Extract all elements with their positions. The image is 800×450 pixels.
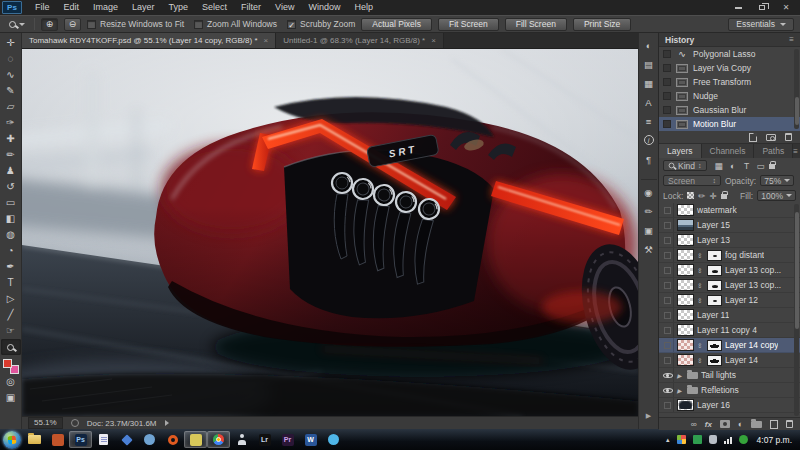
swatches-icon[interactable]: ▦: [641, 76, 657, 90]
foreground-color-swatch[interactable]: [3, 359, 12, 368]
layer-mask-thumbnail[interactable]: [707, 340, 722, 351]
zoom-in-button[interactable]: ⊕: [41, 18, 58, 31]
visibility-toggle[interactable]: [662, 398, 674, 412]
history-state[interactable]: Free Transform: [659, 75, 800, 89]
filter-pixel-layers-icon[interactable]: ▦: [713, 161, 725, 171]
history-state[interactable]: Layer Via Copy: [659, 61, 800, 75]
new-snapshot-icon[interactable]: [766, 134, 776, 141]
visibility-toggle[interactable]: [662, 293, 674, 307]
layer-row[interactable]: Layer 11: [659, 308, 800, 323]
layer-row[interactable]: watermark: [659, 203, 800, 218]
info-icon[interactable]: i: [641, 133, 657, 147]
layer-row[interactable]: Layer 13: [659, 233, 800, 248]
gradient-tool[interactable]: ◧: [1, 211, 21, 227]
layer-thumbnail[interactable]: [677, 309, 694, 321]
screen-mode-icon[interactable]: ▣: [1, 390, 21, 406]
zoom-tool[interactable]: [1, 339, 21, 355]
history-state[interactable]: Nudge: [659, 89, 800, 103]
layer-mask-thumbnail[interactable]: [707, 355, 722, 366]
layer-row[interactable]: Layer 16: [659, 398, 800, 413]
layer-row[interactable]: Layer 14 copy: [659, 338, 800, 353]
brush-tool[interactable]: ✏: [1, 147, 21, 163]
layer-filter-select[interactable]: Kind: [663, 160, 707, 171]
taskbar-explorer[interactable]: [23, 431, 46, 448]
layer-row[interactable]: Layer 12: [659, 293, 800, 308]
dock-expand-icon[interactable]: ▶: [641, 409, 657, 423]
visibility-toggle[interactable]: [662, 383, 674, 397]
layer-thumbnail[interactable]: [677, 399, 694, 411]
document-tab-2[interactable]: Untitled-1 @ 68.3% (Layer 14, RGB/8) *×: [276, 33, 444, 48]
blur-tool[interactable]: ◍: [1, 227, 21, 243]
marquee-tool[interactable]: ◌: [1, 51, 21, 67]
paragraph-icon[interactable]: ¶: [641, 152, 657, 166]
checkbox-resize-windows-to-fit[interactable]: Resize Windows to Fit: [87, 19, 184, 29]
history-source-well[interactable]: [663, 92, 671, 100]
visibility-toggle[interactable]: [662, 368, 674, 382]
taskbar-sticky-notes-app[interactable]: [184, 431, 207, 448]
tab-close-icon[interactable]: ×: [431, 36, 436, 45]
visibility-toggle[interactable]: [662, 353, 674, 367]
history-brush-tool[interactable]: ↺: [1, 179, 21, 195]
color-icon[interactable]: ◉: [641, 179, 657, 199]
taskbar-word[interactable]: W: [299, 431, 322, 448]
history-source-well[interactable]: [663, 120, 671, 128]
visibility-toggle[interactable]: [662, 233, 674, 247]
layer-thumbnail[interactable]: [677, 249, 694, 261]
blend-mode-select[interactable]: Screen: [663, 175, 721, 186]
adjustments-icon[interactable]: ◐: [641, 38, 657, 52]
hand-tool[interactable]: ☞: [1, 323, 21, 339]
os-colors-icon[interactable]: [677, 435, 686, 444]
taskbar-chrome[interactable]: [207, 431, 230, 448]
filter-shape-layers-icon[interactable]: ▭: [755, 161, 767, 171]
quick-selection-tool[interactable]: ✎: [1, 83, 21, 99]
clone-stamp-tool[interactable]: ♟: [1, 163, 21, 179]
status-flyout-arrow[interactable]: [165, 420, 169, 426]
taskbar-lightroom[interactable]: Lr: [253, 431, 276, 448]
lasso-tool[interactable]: ∿: [1, 67, 21, 83]
restore-button[interactable]: [750, 2, 774, 14]
menu-select[interactable]: Select: [195, 0, 234, 15]
type-tool[interactable]: T: [1, 275, 21, 291]
delete-layer-icon[interactable]: [786, 420, 793, 428]
history-state[interactable]: Motion Blur: [659, 117, 800, 131]
taskbar-premiere[interactable]: Pr: [276, 431, 299, 448]
pen-tool[interactable]: ✒: [1, 259, 21, 275]
tool-presets-icon[interactable]: ⚒: [641, 242, 657, 256]
layer-thumbnail[interactable]: [677, 219, 694, 231]
menu-type[interactable]: Type: [162, 0, 196, 15]
brush-panel-icon[interactable]: ✏: [641, 204, 657, 218]
lock-position-icon[interactable]: ✛: [709, 191, 716, 201]
start-button[interactable]: [3, 431, 21, 449]
layer-thumbnail[interactable]: [677, 264, 694, 276]
workspace-switcher[interactable]: Essentials: [728, 18, 794, 31]
new-layer-icon[interactable]: [770, 420, 778, 429]
taskbar-paint-app[interactable]: [138, 431, 161, 448]
styles-icon[interactable]: ▤: [641, 57, 657, 71]
green-app-tray-icon[interactable]: [693, 435, 702, 444]
tab-layers[interactable]: Layers: [659, 144, 702, 158]
tool-preset-picker[interactable]: [6, 21, 28, 28]
visibility-toggle[interactable]: [662, 323, 674, 337]
menu-layer[interactable]: Layer: [125, 0, 162, 15]
panel-menu-icon[interactable]: ≡: [789, 35, 794, 44]
add-layer-mask-icon[interactable]: [720, 420, 730, 428]
paragraph-styles-icon[interactable]: ≡: [641, 114, 657, 128]
menu-window[interactable]: Window: [301, 0, 347, 15]
filter-adjustment-layers-icon[interactable]: ◐: [727, 161, 739, 171]
lock-all-icon[interactable]: [721, 194, 727, 199]
layers-scrollbar[interactable]: [794, 204, 799, 416]
layer-row[interactable]: Layer 14: [659, 353, 800, 368]
history-state[interactable]: ∿Polygonal Lasso: [659, 47, 800, 61]
layer-row[interactable]: Refletions: [659, 383, 800, 398]
checkbox-zoom-all-windows[interactable]: Zoom All Windows: [194, 19, 277, 29]
link-layers-icon[interactable]: ∞: [691, 419, 697, 429]
layer-thumbnail[interactable]: [677, 279, 694, 291]
visibility-toggle[interactable]: [662, 218, 674, 232]
taskbar-media-app[interactable]: [46, 431, 69, 448]
layer-mask-thumbnail[interactable]: [707, 295, 722, 306]
eraser-tool[interactable]: ▭: [1, 195, 21, 211]
visibility-toggle[interactable]: [662, 203, 674, 217]
tab-close-icon[interactable]: ×: [264, 36, 269, 45]
healing-brush-tool[interactable]: ✚: [1, 131, 21, 147]
clone-source-icon[interactable]: ▣: [641, 223, 657, 237]
